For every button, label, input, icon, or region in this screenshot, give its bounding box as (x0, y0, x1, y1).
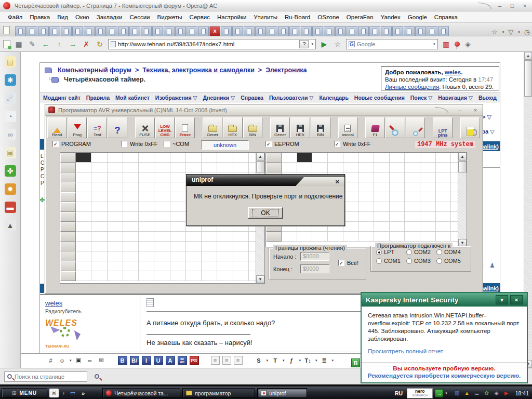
hex-cell[interactable] (374, 192, 390, 202)
hex-cell[interactable] (91, 222, 107, 232)
hex-cell[interactable] (217, 242, 233, 251)
menu-item-Утилиты[interactable]: Утилиты (250, 13, 281, 21)
hex-cell[interactable] (91, 172, 107, 182)
task-button-uniprof[interactable]: uniprof (257, 388, 307, 398)
kaspersky-menu-button[interactable]: ▾ (496, 295, 508, 304)
hex-cell[interactable] (170, 172, 186, 182)
hex-cell[interactable] (76, 271, 91, 281)
hex-cell[interactable] (390, 212, 405, 222)
tab[interactable] (84, 26, 95, 36)
hex-cell[interactable] (123, 182, 139, 192)
trash-dropdown[interactable]: ▾ (518, 30, 520, 34)
hex-cell[interactable] (186, 271, 202, 281)
new-page-icon[interactable] (3, 26, 10, 34)
grid-scroll-up[interactable]: ▲ (256, 153, 264, 161)
hex-cell[interactable] (233, 242, 249, 251)
tab[interactable] (129, 26, 140, 36)
tab[interactable] (335, 26, 346, 36)
hex-cell[interactable] (108, 232, 123, 242)
hex-cell[interactable] (436, 202, 451, 212)
hex-cell[interactable] (436, 192, 451, 202)
tab[interactable] (61, 26, 72, 36)
toolbar-button-zoom-in[interactable] (385, 117, 405, 138)
address-dropdown[interactable]: ▾ (311, 42, 313, 46)
hex-cell[interactable] (343, 182, 359, 192)
hex-cell[interactable] (390, 232, 405, 242)
format-list-button[interactable]: ≣ (320, 356, 329, 365)
hex-cell[interactable] (154, 242, 170, 251)
hex-cell[interactable] (390, 153, 405, 163)
menu-item-Сессии[interactable]: Сессии (126, 13, 153, 21)
toolbar-button-f1[interactable]: F1 (365, 117, 385, 138)
format-font-a-button[interactable]: A (166, 356, 175, 365)
tab[interactable] (255, 26, 266, 36)
checkbox-PROGRAM[interactable]: ✓PROGRAM (52, 141, 91, 147)
bookmark-star-icon[interactable]: ☆ (332, 40, 343, 48)
grid-scroll-up[interactable]: ▲ (458, 153, 467, 161)
forum-nav-item[interactable]: Выход (478, 95, 497, 101)
hex-cell[interactable] (420, 222, 436, 232)
hex-cell[interactable] (108, 192, 123, 202)
hex-cell[interactable] (297, 153, 313, 163)
checkbox-Write 0xFF[interactable]: Write 0xFF (121, 141, 158, 147)
hex-cell[interactable] (154, 261, 170, 271)
hex-cell[interactable] (123, 153, 139, 163)
scroll-up-arrow[interactable]: ▲ (524, 52, 532, 60)
hex-cell[interactable] (76, 202, 91, 212)
format-ps-button[interactable]: PS (190, 356, 199, 365)
row-header-cell[interactable] (266, 232, 282, 242)
row-header-cell[interactable] (60, 202, 76, 212)
toolbar-button-hex-open[interactable]: HEX (223, 117, 243, 138)
tab[interactable] (415, 26, 426, 36)
hex-cell[interactable] (390, 202, 405, 212)
up-button[interactable]: ↑ (54, 40, 64, 48)
grid-scroll-thumb[interactable] (256, 161, 264, 172)
search-input[interactable] (357, 41, 431, 47)
hex-cell[interactable] (186, 163, 202, 172)
hex-cell[interactable] (374, 172, 390, 182)
row-header-cell[interactable] (266, 163, 282, 172)
hex-cell[interactable] (186, 232, 202, 242)
format-font-face-dropdown[interactable]: ▾ (299, 358, 301, 363)
hex-cell[interactable] (420, 232, 436, 242)
hex-cell[interactable] (390, 222, 405, 232)
hex-cell[interactable] (170, 192, 186, 202)
go-tray-dropdown[interactable]: ▾ (445, 391, 447, 395)
tab[interactable] (49, 26, 60, 36)
username-link[interactable]: weles (445, 69, 461, 75)
page-star-icon[interactable] (3, 40, 10, 48)
row-header-cell[interactable] (60, 182, 76, 192)
hex-cell[interactable] (154, 232, 170, 242)
format-font-size-dropdown[interactable]: ▾ (315, 358, 317, 363)
checkbox-box[interactable]: ✓ (265, 141, 272, 147)
hex-cell[interactable] (202, 261, 217, 271)
restore-button[interactable]: □ (508, 2, 516, 9)
forum-nav-item[interactable]: Справка (241, 95, 263, 101)
hex-cell[interactable] (154, 153, 170, 163)
figure-quicklaunch-icon[interactable]: ♀ (59, 389, 68, 397)
hex-cell[interactable] (108, 271, 123, 281)
hex-cell[interactable] (436, 232, 451, 242)
hex-cell[interactable] (76, 163, 91, 172)
hex-cell[interactable] (405, 232, 420, 242)
hex-cell[interactable] (358, 232, 374, 242)
hex-cell[interactable] (91, 163, 107, 172)
hex-cell[interactable] (108, 153, 123, 163)
format-align-right-button[interactable]: ≡ (234, 356, 243, 365)
row-header-cell[interactable] (60, 261, 76, 271)
kaspersky-close-button[interactable]: × (510, 295, 523, 304)
hex-cell[interactable] (405, 172, 420, 182)
hex-cell[interactable] (390, 192, 405, 202)
hex-cell[interactable] (76, 182, 91, 192)
hex-cell[interactable] (108, 251, 123, 261)
breadcrumb-link[interactable]: Электроника (265, 66, 307, 74)
buy-recommendation-link[interactable]: Рекомендуется приобрести коммерческую ве… (362, 373, 527, 379)
hex-cell[interactable] (420, 212, 436, 222)
hex-cell[interactable] (170, 163, 186, 172)
hex-cell[interactable] (358, 182, 374, 192)
tab[interactable] (72, 26, 83, 36)
avatar[interactable]: WELES TEHNARI.RU (45, 318, 102, 348)
icq-tray-icon[interactable]: ✿ (483, 390, 490, 397)
hex-cell[interactable] (436, 163, 451, 172)
hex-cell[interactable] (343, 192, 359, 202)
